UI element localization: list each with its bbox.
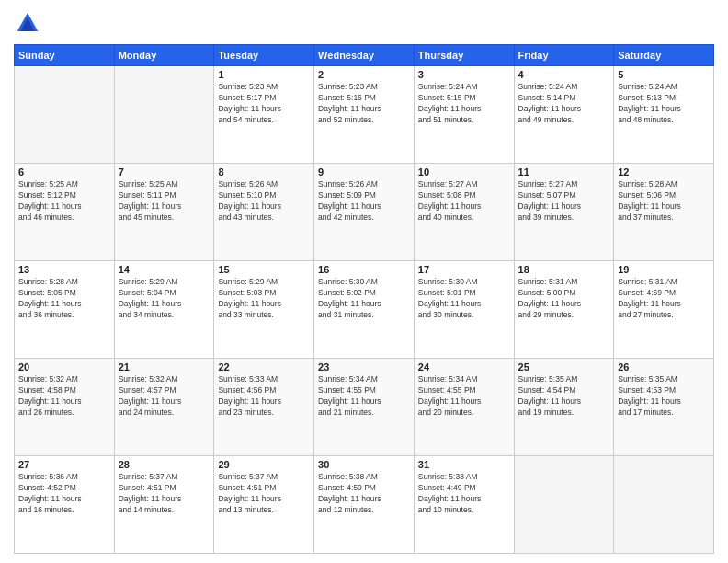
- day-info: Sunrise: 5:25 AM Sunset: 5:11 PM Dayligh…: [119, 179, 210, 224]
- day-info: Sunrise: 5:36 AM Sunset: 4:52 PM Dayligh…: [18, 472, 110, 516]
- day-number: 16: [318, 264, 410, 275]
- page: SundayMondayTuesdayWednesdayThursdayFrid…: [0, 0, 728, 563]
- day-number: 8: [218, 167, 310, 178]
- day-info: Sunrise: 5:25 AM Sunset: 5:12 PM Dayligh…: [18, 179, 110, 224]
- calendar-cell: 7Sunrise: 5:25 AM Sunset: 5:11 PM Daylig…: [114, 164, 214, 261]
- day-number: 4: [518, 69, 610, 80]
- day-number: 2: [318, 69, 410, 80]
- calendar-week: 27Sunrise: 5:36 AM Sunset: 4:52 PM Dayli…: [15, 456, 714, 554]
- calendar-cell: [15, 66, 115, 164]
- day-info: Sunrise: 5:30 AM Sunset: 5:01 PM Dayligh…: [418, 277, 510, 321]
- day-number: 30: [318, 459, 410, 470]
- day-number: 10: [418, 167, 510, 178]
- day-info: Sunrise: 5:38 AM Sunset: 4:50 PM Dayligh…: [318, 472, 410, 516]
- day-number: 24: [418, 362, 510, 373]
- day-number: 20: [18, 362, 110, 373]
- calendar-cell: 2Sunrise: 5:23 AM Sunset: 5:16 PM Daylig…: [314, 66, 415, 164]
- day-info: Sunrise: 5:35 AM Sunset: 4:53 PM Dayligh…: [618, 374, 710, 419]
- day-number: 13: [18, 264, 110, 275]
- day-info: Sunrise: 5:29 AM Sunset: 5:03 PM Dayligh…: [218, 277, 310, 321]
- day-number: 15: [218, 264, 310, 275]
- day-number: 26: [618, 362, 710, 373]
- calendar-cell: 6Sunrise: 5:25 AM Sunset: 5:12 PM Daylig…: [15, 164, 115, 261]
- day-info: Sunrise: 5:37 AM Sunset: 4:51 PM Dayligh…: [119, 472, 210, 516]
- calendar-cell: [114, 66, 214, 164]
- header: [14, 9, 714, 37]
- day-info: Sunrise: 5:27 AM Sunset: 5:08 PM Dayligh…: [418, 179, 510, 224]
- day-info: Sunrise: 5:31 AM Sunset: 4:59 PM Dayligh…: [618, 277, 710, 321]
- calendar-cell: 31Sunrise: 5:38 AM Sunset: 4:49 PM Dayli…: [414, 456, 514, 554]
- weekday-header: Wednesday: [314, 45, 415, 66]
- day-number: 17: [418, 264, 510, 275]
- day-number: 25: [518, 362, 610, 373]
- calendar-cell: 13Sunrise: 5:28 AM Sunset: 5:05 PM Dayli…: [15, 261, 115, 359]
- day-number: 7: [119, 167, 210, 178]
- calendar-cell: [614, 456, 714, 554]
- day-info: Sunrise: 5:31 AM Sunset: 5:00 PM Dayligh…: [518, 277, 610, 321]
- day-info: Sunrise: 5:34 AM Sunset: 4:55 PM Dayligh…: [418, 374, 510, 419]
- day-number: 9: [318, 167, 410, 178]
- day-info: Sunrise: 5:26 AM Sunset: 5:10 PM Dayligh…: [218, 179, 310, 224]
- calendar-cell: 14Sunrise: 5:29 AM Sunset: 5:04 PM Dayli…: [114, 261, 214, 359]
- day-number: 29: [218, 459, 310, 470]
- day-info: Sunrise: 5:32 AM Sunset: 4:58 PM Dayligh…: [18, 374, 110, 419]
- day-number: 1: [218, 69, 310, 80]
- calendar-cell: 19Sunrise: 5:31 AM Sunset: 4:59 PM Dayli…: [614, 261, 714, 359]
- day-info: Sunrise: 5:24 AM Sunset: 5:13 PM Dayligh…: [618, 82, 710, 126]
- calendar-cell: 26Sunrise: 5:35 AM Sunset: 4:53 PM Dayli…: [614, 359, 714, 456]
- calendar-cell: 3Sunrise: 5:24 AM Sunset: 5:15 PM Daylig…: [414, 66, 514, 164]
- logo-icon: [14, 9, 41, 37]
- day-number: 27: [18, 459, 110, 470]
- calendar-cell: 9Sunrise: 5:26 AM Sunset: 5:09 PM Daylig…: [314, 164, 415, 261]
- weekday-header: Monday: [114, 45, 214, 66]
- calendar-table: SundayMondayTuesdayWednesdayThursdayFrid…: [14, 44, 714, 554]
- day-info: Sunrise: 5:38 AM Sunset: 4:49 PM Dayligh…: [418, 472, 510, 516]
- calendar-week: 6Sunrise: 5:25 AM Sunset: 5:12 PM Daylig…: [15, 164, 714, 261]
- day-number: 14: [119, 264, 210, 275]
- day-info: Sunrise: 5:26 AM Sunset: 5:09 PM Dayligh…: [318, 179, 410, 224]
- day-info: Sunrise: 5:32 AM Sunset: 4:57 PM Dayligh…: [119, 374, 210, 419]
- day-number: 22: [218, 362, 310, 373]
- calendar-week: 20Sunrise: 5:32 AM Sunset: 4:58 PM Dayli…: [15, 359, 714, 456]
- calendar-cell: 5Sunrise: 5:24 AM Sunset: 5:13 PM Daylig…: [614, 66, 714, 164]
- calendar-cell: 20Sunrise: 5:32 AM Sunset: 4:58 PM Dayli…: [15, 359, 115, 456]
- day-number: 19: [618, 264, 710, 275]
- calendar-cell: 25Sunrise: 5:35 AM Sunset: 4:54 PM Dayli…: [514, 359, 614, 456]
- day-info: Sunrise: 5:35 AM Sunset: 4:54 PM Dayligh…: [518, 374, 610, 419]
- day-number: 23: [318, 362, 410, 373]
- day-info: Sunrise: 5:30 AM Sunset: 5:02 PM Dayligh…: [318, 277, 410, 321]
- weekday-header: Tuesday: [214, 45, 314, 66]
- calendar-cell: 23Sunrise: 5:34 AM Sunset: 4:55 PM Dayli…: [314, 359, 415, 456]
- day-number: 5: [618, 69, 710, 80]
- day-info: Sunrise: 5:33 AM Sunset: 4:56 PM Dayligh…: [218, 374, 310, 419]
- weekday-header: Friday: [514, 45, 614, 66]
- calendar-cell: [514, 456, 614, 554]
- day-info: Sunrise: 5:29 AM Sunset: 5:04 PM Dayligh…: [119, 277, 210, 321]
- calendar-cell: 10Sunrise: 5:27 AM Sunset: 5:08 PM Dayli…: [414, 164, 514, 261]
- day-info: Sunrise: 5:24 AM Sunset: 5:14 PM Dayligh…: [518, 82, 610, 126]
- day-info: Sunrise: 5:23 AM Sunset: 5:16 PM Dayligh…: [318, 82, 410, 126]
- calendar-cell: 15Sunrise: 5:29 AM Sunset: 5:03 PM Dayli…: [214, 261, 314, 359]
- calendar-cell: 18Sunrise: 5:31 AM Sunset: 5:00 PM Dayli…: [514, 261, 614, 359]
- day-number: 28: [119, 459, 210, 470]
- day-number: 21: [119, 362, 210, 373]
- calendar-cell: 27Sunrise: 5:36 AM Sunset: 4:52 PM Dayli…: [15, 456, 115, 554]
- calendar-cell: 16Sunrise: 5:30 AM Sunset: 5:02 PM Dayli…: [314, 261, 415, 359]
- weekday-header: Sunday: [15, 45, 115, 66]
- day-number: 31: [418, 459, 510, 470]
- day-number: 11: [518, 167, 610, 178]
- calendar-cell: 4Sunrise: 5:24 AM Sunset: 5:14 PM Daylig…: [514, 66, 614, 164]
- calendar-week: 1Sunrise: 5:23 AM Sunset: 5:17 PM Daylig…: [15, 66, 714, 164]
- day-info: Sunrise: 5:23 AM Sunset: 5:17 PM Dayligh…: [218, 82, 310, 126]
- day-number: 18: [518, 264, 610, 275]
- day-number: 6: [18, 167, 110, 178]
- calendar-cell: 21Sunrise: 5:32 AM Sunset: 4:57 PM Dayli…: [114, 359, 214, 456]
- day-number: 3: [418, 69, 510, 80]
- calendar-cell: 22Sunrise: 5:33 AM Sunset: 4:56 PM Dayli…: [214, 359, 314, 456]
- weekday-header: Saturday: [614, 45, 714, 66]
- day-info: Sunrise: 5:24 AM Sunset: 5:15 PM Dayligh…: [418, 82, 510, 126]
- weekday-header: Thursday: [414, 45, 514, 66]
- day-info: Sunrise: 5:27 AM Sunset: 5:07 PM Dayligh…: [518, 179, 610, 224]
- calendar-cell: 11Sunrise: 5:27 AM Sunset: 5:07 PM Dayli…: [514, 164, 614, 261]
- day-info: Sunrise: 5:28 AM Sunset: 5:06 PM Dayligh…: [618, 179, 710, 224]
